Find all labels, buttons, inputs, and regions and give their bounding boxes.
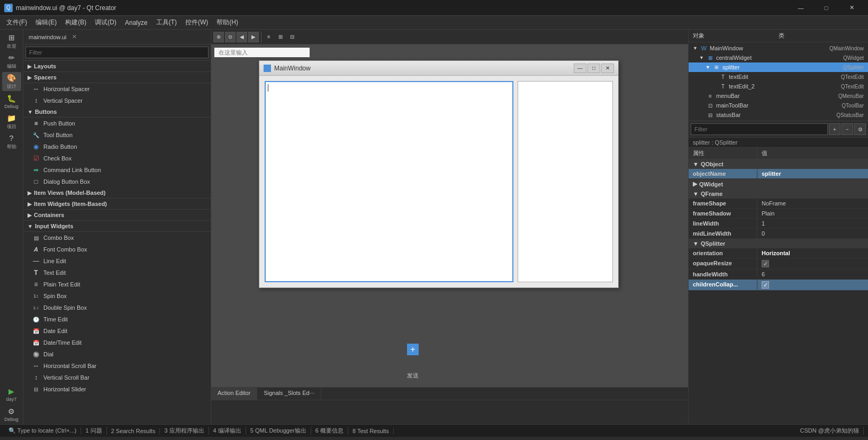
widget-dial[interactable]: 🔘 Dial <box>23 348 211 360</box>
widget-check-box[interactable]: ☑ Check Box <box>23 152 211 164</box>
widget-horizontal-spacer[interactable]: ↔ Horizontal Spacer <box>23 83 211 95</box>
section-qobject-collapse[interactable]: ▼ <box>693 161 699 167</box>
minimize-button[interactable]: — <box>789 0 813 16</box>
menu-tools[interactable]: 工具(T) <box>152 16 181 29</box>
file-tab[interactable]: mainwindow.ui <box>25 34 70 40</box>
close-button[interactable]: ✕ <box>839 0 864 16</box>
category-spacers[interactable]: ▶ Spacers <box>23 72 211 83</box>
prop-handlewidth[interactable]: handleWidth 6 <box>689 270 868 280</box>
opaqueresize-checkbox[interactable]: ✓ <box>762 260 769 267</box>
category-item-widgets[interactable]: ▶ Item Widgets (Item-Based) <box>23 199 211 210</box>
tab-signals-slots[interactable]: Signals _Slots Ed··· <box>257 388 321 400</box>
design-win-close[interactable]: ✕ <box>601 64 614 73</box>
close-tab-btn[interactable]: ✕ <box>72 33 77 40</box>
section-qwidget-collapse[interactable]: ▶ <box>693 181 697 187</box>
widget-tool-button[interactable]: 🔧 Tool Button <box>23 129 211 141</box>
prop-linewidth[interactable]: lineWidth 1 <box>689 219 868 229</box>
sidebar-help[interactable]: ? 帮助 <box>2 132 21 151</box>
menu-file[interactable]: 文件(F) <box>2 16 31 29</box>
menu-edit[interactable]: 编辑(E) <box>31 16 61 29</box>
tree-item-statusbar[interactable]: ⊟ statusBar QStatusBar <box>689 110 868 120</box>
widget-filter-input[interactable] <box>25 47 209 58</box>
sidebar-projects[interactable]: 📁 项目 <box>2 112 21 131</box>
tree-item-toolbar[interactable]: ⊡ mainToolBar QToolBar <box>689 101 868 110</box>
toolbar-btn-7[interactable]: ⊟ <box>287 32 297 42</box>
prop-objectname[interactable]: objectName splitter <box>689 169 868 179</box>
props-filter-input[interactable] <box>691 123 828 135</box>
widget-date-edit[interactable]: 📅 Date Edit <box>23 325 211 337</box>
toolbar-btn-3[interactable]: ◀ <box>237 32 247 42</box>
widget-radio-button[interactable]: ◉ Radio Button <box>23 141 211 152</box>
widget-datetime-edit[interactable]: 📅 Date/Time Edit <box>23 337 211 348</box>
widget-double-spin-box[interactable]: 1.↕ Double Spin Box <box>23 302 211 313</box>
prop-opaqueresize[interactable]: opaqueResize ✓ <box>689 258 868 270</box>
sidebar-design[interactable]: 🎨 设计 <box>2 72 21 91</box>
widget-dialog-button-box[interactable]: □ Dialog Button Box <box>23 176 211 187</box>
tree-item-textedit2[interactable]: T textEdit_2 QTextEdit <box>689 82 868 91</box>
toolbar-btn-4[interactable]: ▶ <box>248 32 259 42</box>
widget-time-edit[interactable]: 🕐 Time Edit <box>23 313 211 325</box>
tree-item-mainwindow[interactable]: ▼ W MainWindow QMainWindow <box>689 43 868 53</box>
category-layouts[interactable]: ▶ Layouts <box>23 61 211 72</box>
childrencollap-checkbox[interactable]: ✓ <box>762 281 769 289</box>
widget-vertical-spacer[interactable]: ↕ Vertical Spacer <box>23 95 211 106</box>
tree-item-splitter[interactable]: ▼ ⊞ splitter QSplitter <box>689 62 868 72</box>
prop-midlinewidth[interactable]: midLineWidth 0 <box>689 229 868 239</box>
widget-plain-text-edit[interactable]: ≡ Plain Text Edit <box>23 279 211 290</box>
prop-childrencollap[interactable]: childrenCollap... ✓ <box>689 280 868 291</box>
category-item-views[interactable]: ▶ Item Views (Model-Based) <box>23 187 211 199</box>
text-edit-right[interactable] <box>518 81 613 282</box>
category-containers[interactable]: ▶ Containers <box>23 210 211 221</box>
props-filter-plus[interactable]: + <box>829 123 840 135</box>
widget-font-combo-box[interactable]: A Font Combo Box <box>23 244 211 255</box>
category-input-widgets[interactable]: ▼ Input Widgets <box>23 221 211 232</box>
text-edit-left[interactable] <box>265 81 513 282</box>
status-qml[interactable]: 5 QML Debugger输出 <box>246 427 311 435</box>
canvas-search-input[interactable] <box>214 48 310 57</box>
status-compile[interactable]: 4 编译输出 <box>209 427 246 435</box>
maximize-button[interactable]: □ <box>814 0 838 16</box>
sidebar-day7[interactable]: ▶ day7 <box>2 385 21 404</box>
design-win-maximize[interactable]: □ <box>587 64 600 73</box>
widget-horiz-slider[interactable]: ⊟ Horizontal Slider <box>23 383 211 395</box>
menu-analyze[interactable]: Analyze <box>121 17 152 29</box>
widget-line-edit[interactable]: — Line Edit <box>23 255 211 267</box>
widget-vert-scroll[interactable]: ↕ Vertical Scroll Bar <box>23 372 211 383</box>
prop-frameshadow[interactable]: frameShadow Plain <box>689 209 868 219</box>
widget-command-link[interactable]: ➡ Command Link Button <box>23 164 211 176</box>
menu-debug[interactable]: 调试(D) <box>91 16 121 29</box>
widget-horiz-scroll[interactable]: ↔ Horizontal Scroll Bar <box>23 360 211 372</box>
widget-text-edit[interactable]: T Text Edit <box>23 267 211 279</box>
prop-orientation[interactable]: orientation Horizontal <box>689 248 868 258</box>
sidebar-debug[interactable]: 🐛 Debug <box>2 92 21 111</box>
tree-item-menubar[interactable]: ≡ menuBar QMenuBar <box>689 91 868 101</box>
toolbar-btn-6[interactable]: ⊞ <box>275 32 286 42</box>
status-locate[interactable]: 🔍 Type to locate (Ctrl+...) <box>4 427 81 434</box>
menu-build[interactable]: 构建(B) <box>61 16 91 29</box>
toolbar-btn-5[interactable]: ≡ <box>264 32 274 42</box>
widget-push-button[interactable]: ■ Push Button <box>23 118 211 129</box>
widget-combo-box[interactable]: ▤ Combo Box <box>23 232 211 244</box>
status-tests[interactable]: 8 Test Results <box>348 428 394 434</box>
menu-help[interactable]: 帮助(H) <box>212 16 242 29</box>
tab-action-editor[interactable]: Action Editor <box>211 388 257 400</box>
toolbar-btn-1[interactable]: ⊕ <box>213 32 224 42</box>
prop-frameshape[interactable]: frameShape NoFrame <box>689 199 868 209</box>
props-filter-settings[interactable]: ⚙ <box>854 123 866 135</box>
menu-controls[interactable]: 控件(W) <box>181 16 212 29</box>
status-problems[interactable]: 1 问题 <box>81 427 106 435</box>
tree-item-central[interactable]: ▼ ▦ centralWidget QWidget <box>689 53 868 62</box>
design-win-minimize[interactable]: — <box>574 64 586 73</box>
tree-item-textedit[interactable]: T textEdit QTextEdit <box>689 72 868 82</box>
status-overview[interactable]: 6 概要信息 <box>311 427 348 435</box>
section-qsplitter-collapse[interactable]: ▼ <box>693 240 699 247</box>
status-search[interactable]: 2 Search Results <box>107 428 160 434</box>
section-qframe-collapse[interactable]: ▼ <box>693 191 699 197</box>
widget-spin-box[interactable]: 1↕ Spin Box <box>23 290 211 302</box>
props-filter-minus[interactable]: − <box>842 123 853 135</box>
status-app-output[interactable]: 3 应用程序输出 <box>160 427 209 435</box>
sidebar-edit[interactable]: ✏ 编辑 <box>2 52 21 71</box>
sidebar-debug2[interactable]: ⚙ Debug <box>2 405 21 424</box>
category-buttons[interactable]: ▼ Buttons <box>23 106 211 118</box>
sidebar-welcome[interactable]: ⊞ 欢迎 <box>2 32 21 51</box>
